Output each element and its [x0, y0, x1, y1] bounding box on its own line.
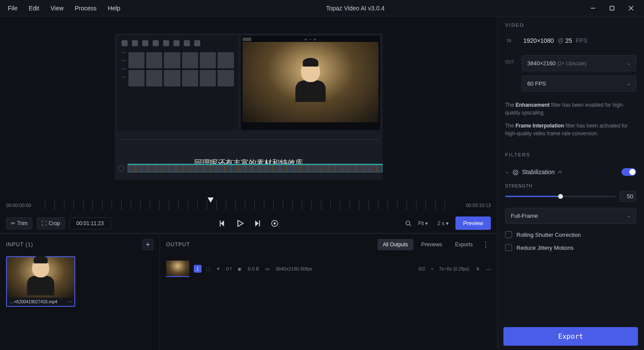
- sparkle-icon: ✦: [216, 266, 220, 272]
- output-size: 0.0 B: [248, 266, 259, 271]
- settings-sidebar: VIDEO IN 1920×1080 @ 25 FPS OUT 3840×216…: [497, 16, 644, 350]
- out-label: OUT: [505, 55, 516, 64]
- stabilization-filter-title: StabilizationAI: [522, 169, 618, 175]
- video-section-heading: VIDEO: [505, 22, 636, 28]
- output-menu-icon[interactable]: ⋮: [481, 241, 491, 249]
- strength-label: STRENGTH: [505, 184, 636, 188]
- minimize-row-icon[interactable]: —: [486, 266, 491, 271]
- chevron-down-icon: ⌄: [627, 60, 631, 66]
- menu-process[interactable]: Process: [70, 2, 102, 14]
- menu-view[interactable]: View: [45, 2, 69, 14]
- tab-exports[interactable]: Exports: [450, 239, 478, 250]
- chevron-down-icon: ⌄: [627, 81, 631, 86]
- eye-icon: ◉: [237, 266, 242, 272]
- menu-bar: File Edit View Process Help: [3, 2, 125, 14]
- maximize-button[interactable]: [604, 2, 620, 14]
- svg-marker-6: [238, 220, 243, 226]
- add-input-button[interactable]: +: [142, 239, 154, 250]
- svg-point-11: [406, 221, 410, 225]
- play-button[interactable]: [236, 220, 244, 227]
- duration-dropdown[interactable]: 2 s ▾: [435, 219, 451, 228]
- titlebar: File Edit View Process Help Topaz Video …: [0, 0, 644, 16]
- output-progress: 0/2: [419, 266, 425, 271]
- in-label: IN: [507, 38, 517, 43]
- stabilization-mode-dropdown[interactable]: Full-Frame ⌄: [505, 208, 636, 224]
- pause-icon[interactable]: ⏸: [475, 266, 480, 271]
- interpolation-info: The Frame Interpolation filter has been …: [505, 122, 636, 137]
- svg-rect-8: [259, 220, 260, 226]
- chevron-down-icon[interactable]: ⌄: [505, 169, 509, 175]
- output-speed: 7s~8s (0.2fps): [439, 266, 469, 271]
- output-thumbnail: [166, 261, 189, 277]
- crop-button[interactable]: ⛶ Crop: [37, 217, 65, 229]
- app-title: Topaz Video AI v3.0.4: [125, 5, 585, 12]
- scissors-icon: ✂: [11, 220, 15, 226]
- preview-button[interactable]: Preview: [455, 216, 491, 230]
- zoom-icon[interactable]: [405, 220, 411, 226]
- chevron-down-icon: ⌄: [627, 213, 631, 219]
- dimensions-icon: ▭: [265, 266, 269, 272]
- input-clip-thumbnail[interactable]: …+6200419027416.mp4 ⋯: [6, 256, 75, 307]
- step-forward-button[interactable]: [253, 220, 261, 227]
- menu-file[interactable]: File: [3, 2, 23, 14]
- more-icon[interactable]: ⋯: [67, 299, 72, 304]
- tab-all-outputs[interactable]: All Outputs: [378, 239, 413, 250]
- filter-icon: ⬚: [206, 266, 210, 272]
- output-panel-title: OUTPUT: [166, 242, 190, 248]
- output-row[interactable]: 1 ⬚ ✦ 0 f ◉ 0.0 B ▭ 3840x2160 60fps 0/2 …: [166, 256, 491, 281]
- window-controls: [585, 2, 641, 14]
- svg-marker-7: [255, 220, 259, 226]
- export-button[interactable]: Export: [503, 327, 638, 346]
- minimize-button[interactable]: [585, 2, 601, 14]
- menu-edit[interactable]: Edit: [24, 2, 45, 14]
- output-index-badge: 1: [194, 265, 202, 273]
- stabilization-toggle[interactable]: [622, 168, 636, 176]
- output-fps-dropdown[interactable]: 60 FPS ⌄: [522, 76, 636, 92]
- enhancement-info: The Enhancement filter has been enabled …: [505, 101, 636, 117]
- timeline-end-time: 00:03:10:13: [456, 203, 491, 208]
- svg-rect-5: [220, 220, 221, 226]
- strength-value[interactable]: 50: [620, 191, 636, 202]
- input-panel-title: INPUT (1): [6, 242, 33, 248]
- current-time-display: 00:01:11:23: [69, 217, 111, 229]
- rolling-shutter-checkbox[interactable]: Rolling Shutter Correction: [505, 228, 636, 241]
- svg-marker-4: [221, 220, 224, 226]
- trim-button[interactable]: ✂ Trim: [6, 217, 32, 229]
- svg-line-12: [410, 225, 411, 226]
- close-button[interactable]: [623, 2, 639, 14]
- playhead-icon[interactable]: [208, 197, 214, 203]
- timeline-ruler[interactable]: 00:00:00:00 00:03:10:13: [0, 197, 497, 213]
- input-panel: INPUT (1) + …+6200419027416.mp4 ⋯: [0, 234, 160, 350]
- filters-section-heading: FILTERS: [505, 152, 636, 157]
- svg-rect-1: [610, 6, 614, 10]
- fit-dropdown[interactable]: Fit ▾: [416, 219, 431, 228]
- output-panel: OUTPUT All Outputs Previews Exports ⋮ 1 …: [160, 234, 497, 350]
- menu-help[interactable]: Help: [103, 2, 125, 14]
- preview-area: ———— ◄ — ►: [0, 16, 497, 197]
- output-resolution-dropdown[interactable]: 3840×2160 (2× Upscale) ⌄: [522, 55, 636, 71]
- svg-point-10: [273, 222, 276, 224]
- strength-slider[interactable]: [505, 196, 615, 197]
- reduce-jitter-checkbox[interactable]: Reduce Jittery Motions: [505, 241, 636, 254]
- crop-icon: ⛶: [42, 220, 47, 226]
- playback-controls-bar: ✂ Trim ⛶ Crop 00:01:11:23 Fit ▾ 2 s ▾ Pr…: [0, 213, 497, 233]
- output-resolution: 3840x2160 60fps: [276, 266, 312, 271]
- stabilization-icon: ◎: [513, 168, 519, 176]
- input-file-name: …+6200419027416.mp4: [10, 299, 57, 304]
- timeline-start-time: 00:00:00:00: [6, 203, 41, 208]
- step-back-button[interactable]: [219, 220, 227, 227]
- input-resolution: 1920×1080 @ 25 FPS: [523, 37, 587, 44]
- output-frames: 0 f: [226, 266, 231, 271]
- tab-previews[interactable]: Previews: [416, 239, 448, 250]
- video-preview-content: ———— ◄ — ►: [115, 33, 383, 180]
- record-marker-button[interactable]: [271, 220, 279, 227]
